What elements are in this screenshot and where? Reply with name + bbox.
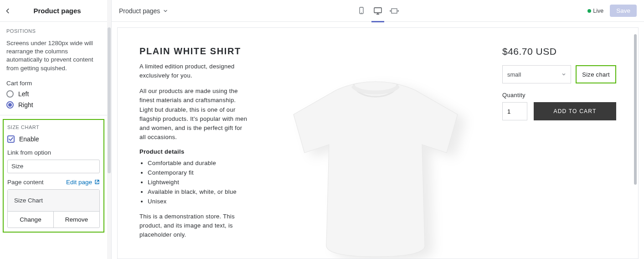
live-label-text: Live bbox=[593, 8, 603, 14]
link-from-option-label: Link from option bbox=[7, 149, 100, 156]
cart-form-option-left[interactable]: Left bbox=[6, 90, 101, 98]
cart-form-option-right[interactable]: Right bbox=[6, 101, 101, 109]
svg-point-1 bbox=[361, 12, 362, 13]
live-status: Live bbox=[587, 8, 603, 14]
add-to-cart-label: ADD TO CART bbox=[554, 108, 597, 114]
add-to-cart-button[interactable]: ADD TO CART bbox=[534, 102, 616, 120]
product-details-heading: Product details bbox=[139, 148, 249, 155]
sidebar-title: Product pages bbox=[12, 7, 103, 15]
desktop-viewport-button[interactable] bbox=[372, 5, 383, 16]
tshirt-icon bbox=[266, 60, 485, 259]
product-title: PLAIN WHITE SHIRT bbox=[139, 46, 249, 57]
mobile-viewport-button[interactable] bbox=[356, 5, 367, 16]
radio-label: Right bbox=[18, 101, 33, 109]
enable-checkbox-row[interactable]: Enable bbox=[7, 135, 100, 143]
breadcrumb-dropdown[interactable]: Product pages bbox=[119, 7, 168, 15]
variant-selected-label: small bbox=[507, 71, 521, 78]
enable-label: Enable bbox=[19, 135, 39, 143]
product-description-column: PLAIN WHITE SHIRT A limited edition prod… bbox=[139, 46, 249, 259]
page-content-label: Page content bbox=[7, 179, 44, 186]
chevron-down-icon bbox=[562, 72, 566, 77]
fullwidth-viewport-button[interactable] bbox=[389, 5, 400, 16]
edit-page-link-text: Edit page bbox=[66, 179, 92, 186]
viewport-toggle bbox=[356, 5, 400, 16]
svg-rect-3 bbox=[392, 9, 397, 13]
size-chart-section: SIZE CHART Enable Link from option Page … bbox=[3, 119, 104, 233]
size-chart-button-label: Size chart bbox=[582, 71, 610, 78]
divider bbox=[0, 115, 107, 115]
mobile-icon bbox=[358, 7, 365, 15]
fullwidth-icon bbox=[390, 7, 399, 15]
sidebar-scrollbar[interactable] bbox=[107, 0, 111, 259]
list-item: Contemporary fit bbox=[148, 169, 249, 176]
product-intro: A limited edition product, designed excl… bbox=[139, 62, 249, 80]
chevron-down-icon bbox=[163, 8, 168, 14]
link-from-option-input[interactable] bbox=[7, 160, 100, 173]
preview-canvas-wrap: PLAIN WHITE SHIRT A limited edition prod… bbox=[112, 22, 644, 259]
product-cart-column: $46.70 USD small Size chart Quantity bbox=[502, 46, 616, 259]
settings-sidebar: Product pages POSITIONS Screens under 12… bbox=[0, 0, 112, 259]
main-area: Product pages Live Save bbox=[112, 0, 644, 259]
product-layout: PLAIN WHITE SHIRT A limited edition prod… bbox=[139, 46, 616, 259]
product-body: All our products are made using the fine… bbox=[139, 87, 249, 142]
list-item: Lightweight bbox=[148, 179, 249, 186]
radio-label: Left bbox=[18, 90, 29, 98]
page-content-name: Size Chart bbox=[8, 190, 99, 211]
product-disclaimer: This is a demonstration store. This prod… bbox=[139, 212, 249, 239]
variant-select[interactable]: small bbox=[502, 65, 571, 83]
edit-page-link[interactable]: Edit page bbox=[66, 179, 100, 186]
radio-icon bbox=[6, 101, 14, 109]
list-item: Comfortable and durable bbox=[148, 160, 249, 166]
positions-section: POSITIONS Screens under 1280px wide will… bbox=[0, 22, 107, 115]
preview-scrollbar[interactable] bbox=[634, 34, 637, 252]
scrollbar-thumb[interactable] bbox=[108, 27, 111, 173]
positions-label: POSITIONS bbox=[6, 28, 101, 34]
remove-button[interactable]: Remove bbox=[54, 212, 99, 228]
list-item: Unisex bbox=[148, 198, 249, 205]
quantity-input[interactable] bbox=[502, 102, 527, 120]
desktop-icon bbox=[373, 7, 382, 15]
sidebar-header: Product pages bbox=[0, 0, 107, 22]
radio-icon bbox=[6, 90, 14, 98]
topbar: Product pages Live Save bbox=[112, 0, 644, 22]
change-button[interactable]: Change bbox=[8, 212, 54, 228]
external-link-icon bbox=[94, 179, 100, 185]
cart-form-label: Cart form bbox=[6, 80, 101, 87]
page-content-box: Size Chart Change Remove bbox=[7, 189, 100, 228]
product-price: $46.70 USD bbox=[502, 46, 616, 57]
back-chevron-icon[interactable] bbox=[4, 7, 12, 15]
cart-form-radio-group: Left Right bbox=[6, 90, 101, 109]
breadcrumb-label: Product pages bbox=[119, 7, 160, 15]
positions-help-text: Screens under 1280px wide will rearrange… bbox=[6, 39, 101, 73]
svg-rect-2 bbox=[374, 8, 381, 13]
product-details-list: Comfortable and durable Contemporary fit… bbox=[139, 160, 249, 205]
size-chart-label: SIZE CHART bbox=[7, 124, 100, 130]
save-button[interactable]: Save bbox=[610, 5, 637, 17]
product-image-column bbox=[262, 46, 489, 259]
checkbox-icon bbox=[7, 135, 15, 143]
preview-canvas: PLAIN WHITE SHIRT A limited edition prod… bbox=[117, 27, 639, 259]
quantity-label: Quantity bbox=[502, 92, 616, 98]
live-dot-icon bbox=[587, 9, 591, 13]
size-chart-button[interactable]: Size chart bbox=[576, 65, 616, 83]
list-item: Available in black, white, or blue bbox=[148, 188, 249, 195]
scrollbar-thumb[interactable] bbox=[634, 34, 637, 185]
